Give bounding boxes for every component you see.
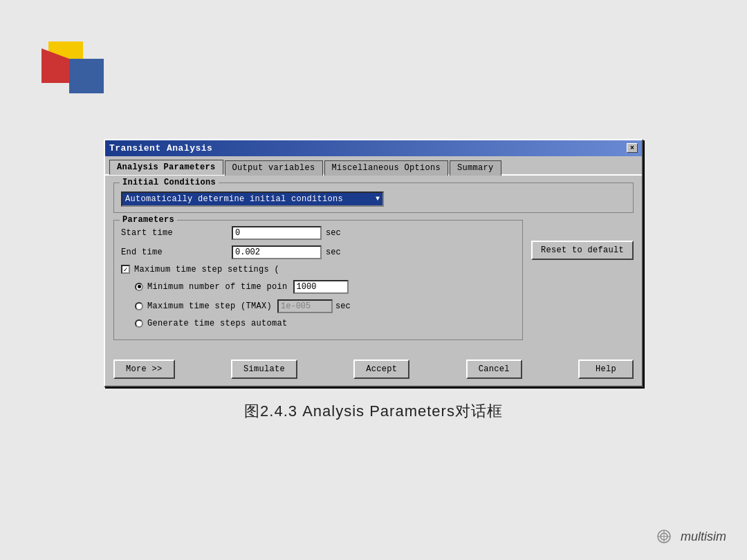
simulate-button[interactable]: Simulate [231, 360, 297, 379]
radio-min-timepoints[interactable] [135, 283, 143, 291]
accept-button[interactable]: Accept [353, 360, 409, 379]
initial-conditions-legend: Initial Conditions [120, 178, 219, 187]
dropdown-arrow-icon: ▼ [376, 195, 380, 203]
max-timestep-label: Maximum time step settings ( [134, 265, 279, 274]
buttons-row: More >> Simulate Accept Cancel Help [105, 354, 642, 386]
help-button[interactable]: Help [578, 360, 634, 379]
radio-min-timepoints-row: Minimum number of time poin [135, 280, 515, 294]
min-timepoints-input[interactable] [293, 280, 349, 294]
more-button[interactable]: More >> [113, 360, 175, 379]
parameters-group: Parameters Start time sec End time sec [113, 220, 523, 340]
close-button[interactable]: × [627, 143, 638, 153]
radio-generate-timesteps-label: Generate time steps automat [147, 319, 288, 328]
end-time-label: End time [121, 248, 232, 257]
tab-summary[interactable]: Summary [450, 160, 501, 176]
tab-output-variables[interactable]: Output variables [225, 160, 323, 176]
radio-generate-timesteps-row: Generate time steps automat [135, 319, 515, 328]
cancel-button[interactable]: Cancel [466, 360, 522, 379]
page-background: Transient Analysis × Analysis Parameters… [0, 0, 747, 560]
reset-to-default-button[interactable]: Reset to default [531, 241, 634, 260]
start-time-row: Start time sec [121, 226, 515, 240]
radio-max-timestep-row: Maximum time step (TMAX) sec [135, 299, 515, 313]
initial-conditions-group: Initial Conditions Automatically determi… [113, 183, 634, 213]
parameters-area: Parameters Start time sec End time sec [113, 220, 634, 340]
brand-text: multisim [681, 530, 726, 544]
radio2-unit: sec [335, 301, 351, 311]
reset-button-wrapper: Reset to default [531, 241, 634, 260]
caption: 图2.4.3 Analysis Parameters对话框 [244, 401, 503, 422]
max-timestep-checkbox-row: ✓ Maximum time step settings ( [121, 265, 515, 274]
start-time-unit: sec [326, 228, 341, 238]
dialog-title: Transient Analysis [109, 143, 212, 153]
initial-conditions-dropdown[interactable]: Automatically determine initial conditio… [121, 192, 384, 207]
dialog-content: Initial Conditions Automatically determi… [105, 174, 642, 354]
radio-min-timepoints-label: Minimum number of time poin [147, 282, 288, 292]
max-timestep-checkbox[interactable]: ✓ [121, 265, 130, 274]
tab-analysis-parameters[interactable]: Analysis Parameters [109, 160, 223, 175]
initial-conditions-row: Automatically determine initial conditio… [121, 192, 626, 207]
multisim-icon [657, 527, 676, 546]
end-time-row: End time sec [121, 245, 515, 259]
title-bar: Transient Analysis × [105, 140, 642, 156]
tab-miscellaneous-options[interactable]: Miscellaneous Options [324, 160, 449, 176]
end-time-input[interactable] [232, 245, 322, 259]
start-time-input[interactable] [232, 226, 322, 240]
logo-decoration [42, 41, 104, 104]
max-timestep-input [277, 299, 333, 313]
radio-generate-timesteps[interactable] [135, 319, 143, 328]
radio-max-timestep-label: Maximum time step (TMAX) [147, 301, 272, 311]
parameters-legend: Parameters [120, 215, 177, 225]
logo-blue-square [69, 59, 104, 93]
start-time-label: Start time [121, 228, 232, 238]
end-time-unit: sec [326, 248, 341, 257]
tabs-row: Analysis Parameters Output variables Mis… [105, 156, 642, 174]
brand-area: multisim [657, 527, 726, 546]
radio-max-timestep[interactable] [135, 302, 143, 310]
transient-analysis-dialog: Transient Analysis × Analysis Parameters… [104, 139, 643, 387]
